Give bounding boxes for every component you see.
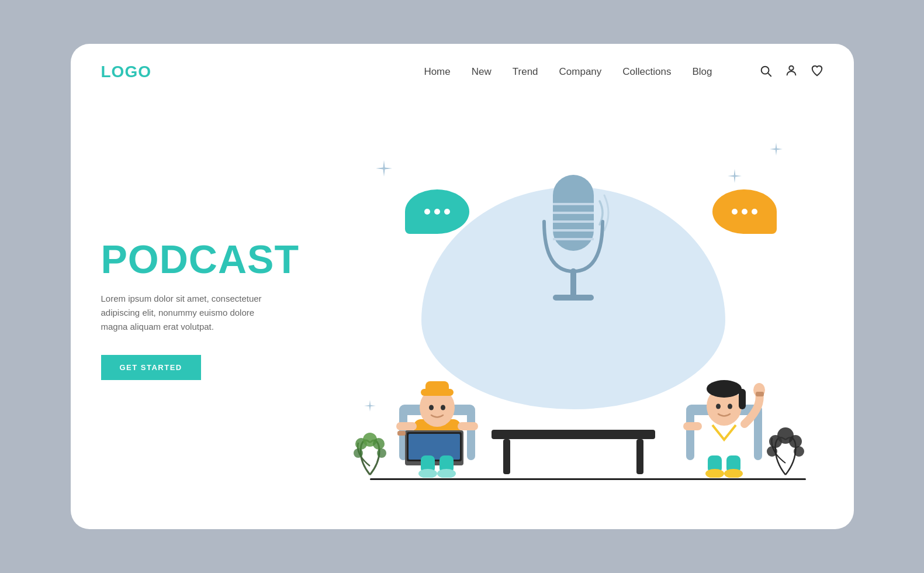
nav-item-home[interactable]: Home <box>424 66 450 78</box>
svg-rect-12 <box>467 408 475 460</box>
sparkle-icon-3 <box>364 400 376 415</box>
svg-rect-36 <box>739 389 746 409</box>
person-right-illustration <box>677 349 771 480</box>
plant-left-decoration <box>352 425 387 480</box>
main-card: LOGO Home New Trend Company Collections … <box>71 44 854 529</box>
hero-illustration <box>323 99 823 520</box>
sparkle-icon-1 <box>376 160 392 181</box>
hero-left: PODCAST Lorem ipsum dolor sit amet, cons… <box>101 239 323 380</box>
svg-point-19 <box>441 405 445 410</box>
nav-item-trend[interactable]: Trend <box>513 66 538 78</box>
dot-3 <box>444 209 450 215</box>
svg-rect-10 <box>553 295 594 301</box>
logo[interactable]: LOGO <box>101 63 151 81</box>
svg-rect-24 <box>409 434 460 460</box>
search-icon[interactable] <box>759 64 772 80</box>
user-icon[interactable] <box>785 64 798 80</box>
chat-bubble-orange <box>712 189 777 234</box>
svg-point-52 <box>354 448 363 458</box>
svg-rect-20 <box>396 422 417 430</box>
svg-rect-41 <box>756 392 764 396</box>
dot-6 <box>752 209 757 215</box>
svg-line-1 <box>768 73 771 76</box>
dot-5 <box>742 209 747 215</box>
dot-2 <box>434 209 440 215</box>
svg-point-37 <box>716 404 721 409</box>
heart-icon[interactable] <box>811 64 823 80</box>
nav-item-new[interactable]: New <box>472 66 492 78</box>
svg-point-51 <box>373 438 385 450</box>
sparkle-icon-4 <box>728 169 742 187</box>
navbar: LOGO Home New Trend Company Collections … <box>71 44 854 81</box>
svg-rect-25 <box>397 431 406 436</box>
svg-point-35 <box>707 380 742 398</box>
svg-point-18 <box>429 405 434 410</box>
svg-point-53 <box>377 448 386 458</box>
chat-bubble-teal <box>405 189 469 234</box>
nav-item-company[interactable]: Company <box>559 66 602 78</box>
svg-rect-48 <box>636 439 643 474</box>
svg-rect-30 <box>686 408 694 460</box>
person-left-illustration <box>390 349 484 480</box>
bubble-dots-orange <box>732 209 757 215</box>
svg-point-56 <box>789 435 802 448</box>
svg-rect-17 <box>425 381 449 394</box>
hero-description: Lorem ipsum dolor sit amet, consectetuer… <box>101 292 276 334</box>
table-illustration <box>492 430 655 479</box>
svg-point-38 <box>728 404 732 409</box>
nav-links: Home New Trend Company Collections Blog <box>424 66 712 78</box>
nav-item-collections[interactable]: Collections <box>622 66 671 78</box>
sparkle-icon-2 <box>770 143 783 158</box>
get-started-button[interactable]: GET STARTED <box>101 355 201 380</box>
bubble-dots-teal <box>424 209 450 215</box>
svg-rect-47 <box>503 439 510 474</box>
dot-1 <box>424 209 430 215</box>
microphone-illustration <box>535 169 611 312</box>
svg-rect-9 <box>570 268 576 298</box>
svg-rect-40 <box>683 422 702 430</box>
nav-icons <box>759 64 823 80</box>
plant-right-decoration <box>765 419 806 480</box>
hero-section: PODCAST Lorem ipsum dolor sit amet, cons… <box>71 81 854 520</box>
svg-rect-46 <box>492 430 655 439</box>
svg-point-58 <box>794 446 804 457</box>
hero-title: PODCAST <box>101 239 323 279</box>
svg-point-2 <box>789 65 793 70</box>
dot-4 <box>732 209 738 215</box>
svg-rect-21 <box>458 422 478 430</box>
nav-item-blog[interactable]: Blog <box>692 66 712 78</box>
